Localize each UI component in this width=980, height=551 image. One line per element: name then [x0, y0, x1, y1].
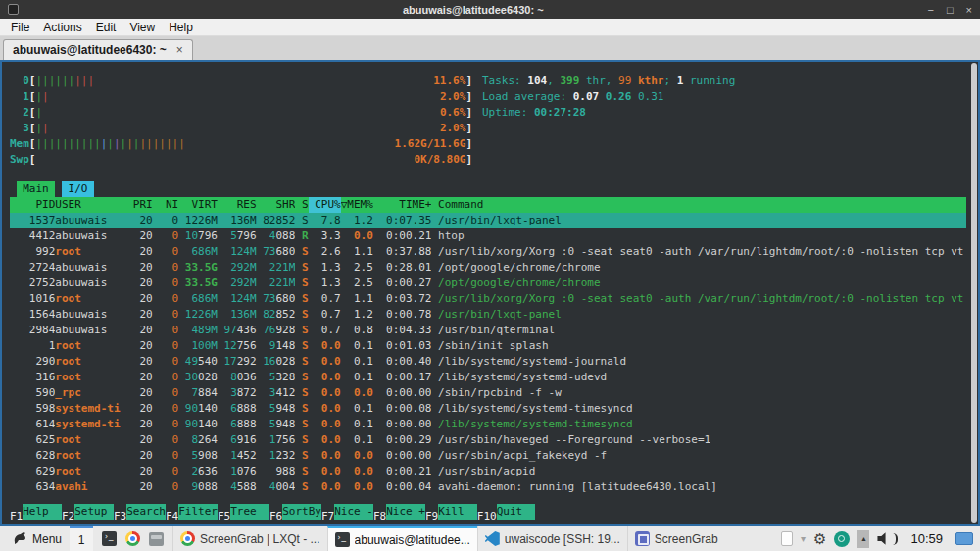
lxqt-bird-icon [12, 531, 27, 547]
col-header-pid[interactable]: PID [10, 197, 55, 213]
htop-tab-main[interactable]: Main [17, 181, 56, 197]
clipboard-icon[interactable] [781, 531, 793, 546]
menu-item-help[interactable]: Help [162, 20, 200, 35]
col-header-virt[interactable]: VIRT [178, 197, 218, 213]
terminal-launcher-icon[interactable] [102, 531, 117, 546]
process-row[interactable]: 628root200590814521232S0.00.00:00.00/usr… [10, 448, 966, 464]
menu-item-edit[interactable]: Edit [89, 20, 123, 35]
filemanager-launcher-icon[interactable] [149, 532, 164, 546]
taskbar-task[interactable]: ScreenGrab | LXQt - ... [172, 526, 327, 551]
gear-icon[interactable]: ⚙ [813, 531, 826, 547]
terminal-menubar: FileActionsEditViewHelp [0, 19, 980, 36]
maximize-button[interactable]: □ [947, 4, 954, 16]
process-row[interactable]: 590_rpc200788438723412S0.00.00:00.00/sbi… [10, 385, 966, 401]
col-header-mem%[interactable]: ▽MEM% [341, 197, 373, 213]
fnkey-f1-help[interactable]: F1Help [10, 504, 62, 520]
menu-item-actions[interactable]: Actions [36, 20, 88, 35]
col-header-command[interactable]: Command [431, 197, 966, 213]
col-header-cpu%[interactable]: CPU% [309, 197, 341, 213]
tab-close-icon[interactable]: × [176, 43, 183, 57]
process-row[interactable]: 992root200686M124M73680S2.61.10:37.88/us… [10, 244, 966, 260]
speaker-icon[interactable] [877, 532, 891, 546]
minimize-button[interactable]: − [927, 4, 933, 16]
col-header-user[interactable]: USER [55, 197, 126, 213]
menu-item-view[interactable]: View [122, 20, 162, 35]
fnkey-f10-quit[interactable]: F10Quit [477, 504, 536, 520]
process-table: 1537abuuwais2001226M136M82852S7.81.20:07… [10, 213, 966, 495]
process-row[interactable]: 598systemd-ti2009014068885948S0.00.10:00… [10, 401, 966, 417]
process-row[interactable]: 614systemd-ti2009014068885948S0.00.10:00… [10, 417, 966, 432]
window-app-icon [8, 4, 19, 15]
fnkey-f5-tree[interactable]: F5Tree [218, 504, 270, 520]
screengrab-icon [635, 531, 650, 546]
task-label: ScreenGrab [655, 532, 718, 546]
speaker-wave-icon [893, 533, 898, 545]
col-header-ni[interactable]: NI [153, 197, 178, 213]
uptime: Uptime: 00:27:28 [482, 105, 735, 121]
taskbar-task[interactable]: uwaiscode [SSH: 19... [477, 526, 627, 551]
network-green-icon[interactable] [834, 531, 850, 547]
chrome-launcher-icon[interactable] [125, 531, 140, 546]
system-tray: ▾⚙▲ 10:59 [781, 530, 976, 548]
terminal-tab[interactable]: abuuwais@latitudee6430: ~ × [3, 39, 193, 60]
col-header-res[interactable]: RES [218, 197, 257, 213]
process-row[interactable]: 1564abuuwais2001226M136M82852S0.71.20:00… [10, 307, 966, 323]
htop-header-area: 0[|||||||||11.6%]1[||2.0%]2[|0.6%]3[||2.… [10, 74, 966, 168]
fnkey-f6-sortby[interactable]: F6SortBy [270, 504, 321, 520]
process-row[interactable]: 634avahi200908845884004S0.00.00:00.04ava… [10, 479, 966, 495]
chrome-icon [180, 531, 195, 546]
process-row[interactable]: 290root200495401729216028S0.00.10:00.40/… [10, 354, 966, 370]
window-titlebar: abuuwais@latitudee6430: ~ − □ × [0, 0, 980, 19]
htop-tab-io[interactable]: I/O [62, 181, 94, 197]
show-desktop-button[interactable] [956, 532, 973, 545]
col-header-time+[interactable]: TIME+ [373, 197, 432, 213]
chevron-down-icon[interactable]: ▾ [801, 531, 806, 546]
taskbar-task[interactable]: abuuwais@latitudee... [327, 526, 477, 551]
cpu-meter-2: 2[|0.6%] [10, 105, 472, 121]
cpu-meter-1: 1[||2.0%] [10, 89, 472, 105]
task-label: uwaiscode [SSH: 19... [505, 532, 620, 546]
htop-screen-tabs: MainI/O [10, 181, 966, 197]
fnkey-f9-kill[interactable]: F9Kill [425, 504, 477, 520]
fnkey-f8-nice[interactable]: F8Nice + [373, 504, 425, 520]
process-row[interactable]: 625root200826469161756S0.00.10:00.29/usr… [10, 432, 966, 448]
process-row[interactable]: 316root2003002880365328S0.00.10:00.17/li… [10, 370, 966, 385]
col-header-pri[interactable]: PRI [126, 197, 152, 213]
process-row[interactable]: 1537abuuwais2001226M136M82852S7.81.20:07… [10, 213, 966, 228]
task-list: ScreenGrab | LXQt - ...abuuwais@latitude… [172, 526, 725, 551]
terminal-window[interactable]: 0[|||||||||11.6%]1[||2.0%]2[|0.6%]3[||2.… [0, 60, 980, 526]
tasks-summary: Tasks: 104, 399 thr, 99 kthr; 1 running [482, 74, 735, 89]
fnkey-f7-nice[interactable]: F7Nice - [321, 504, 373, 520]
cpu-meter-3: 3[||2.0%] [10, 121, 472, 136]
clock[interactable]: 10:59 [910, 531, 943, 546]
window-title: abuuwais@latitudee6430: ~ [19, 4, 927, 16]
volume-step-icon[interactable]: ▲ [858, 530, 869, 548]
process-row[interactable]: 2724abuuwais20033.5G292M221MS1.32.50:28.… [10, 260, 966, 276]
taskbar-task[interactable]: ScreenGrab [627, 526, 725, 551]
swp-meter: Swp[0K/8.80G] [10, 152, 472, 168]
function-key-bar: F1HelpF2SetupF3SearchF4FilterF5TreeF6Sor… [10, 504, 966, 520]
fnkey-f3-search[interactable]: F3Search [114, 504, 166, 520]
load-average: Load average: 0.07 0.26 0.31 [482, 89, 735, 105]
terminal-icon [335, 532, 350, 547]
col-header-shr[interactable]: SHR [257, 197, 296, 213]
close-button[interactable]: × [966, 4, 972, 16]
process-row[interactable]: 1016root200686M124M73680S0.71.10:03.72/u… [10, 291, 966, 307]
process-row[interactable]: 629root20026361076988S0.00.00:00.21/usr/… [10, 464, 966, 479]
quick-launch [93, 531, 172, 546]
fnkey-f2-setup[interactable]: F2Setup [62, 504, 114, 520]
task-label: ScreenGrab | LXQt - ... [200, 532, 320, 546]
workspace-switcher[interactable]: 1 [70, 526, 93, 551]
col-header-s[interactable]: S [295, 197, 308, 213]
terminal-scrollbar[interactable] [971, 63, 977, 523]
start-menu-button[interactable]: Menu [4, 526, 70, 551]
terminal-tab-label: abuuwais@latitudee6430: ~ [13, 43, 167, 57]
process-row[interactable]: 1root200100M127569148S0.00.10:01.03/sbin… [10, 338, 966, 354]
process-row[interactable]: 4412abuuwais2001079657964088R3.30.00:00.… [10, 228, 966, 244]
menu-item-file[interactable]: File [4, 20, 36, 35]
terminal-tabbar: abuuwais@latitudee6430: ~ × [0, 36, 980, 60]
process-row[interactable]: 2984abuuwais200489M9743676928S0.70.80:04… [10, 323, 966, 338]
process-row[interactable]: 2752abuuwais20033.5G292M221MS1.32.50:00.… [10, 276, 966, 291]
fnkey-f4-filter[interactable]: F4Filter [166, 504, 218, 520]
process-table-header: PIDUSERPRINIVIRTRESSHRSCPU%▽MEM%TIME+Com… [10, 197, 966, 213]
